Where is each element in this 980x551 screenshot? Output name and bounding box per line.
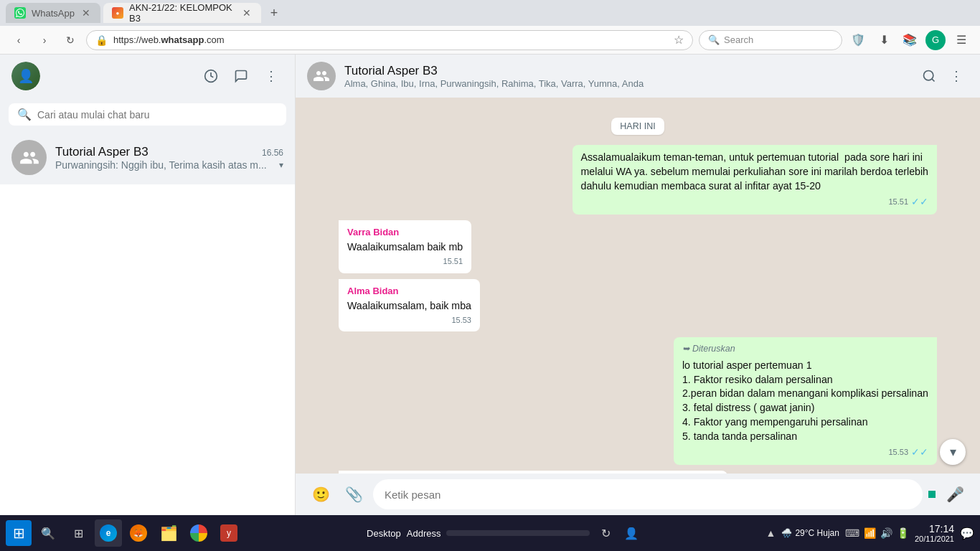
message-time: 15.51 [888, 197, 908, 207]
date-badge: HARI INI [339, 118, 937, 135]
taskbar-weather[interactable]: 🌧️ 29°C Hujan [781, 528, 839, 538]
attach-button[interactable]: 📎 [340, 481, 367, 508]
taskbar-task-view[interactable]: ⊞ [65, 519, 92, 547]
sidebar-search-input[interactable] [37, 109, 278, 121]
tab-akn[interactable]: ● AKN-21/22: KELOMPOK B3 ✕ [103, 3, 261, 23]
extensions-button[interactable]: 🛡️ [848, 30, 868, 50]
tab-bar: WhatsApp ✕ ● AKN-21/22: KELOMPOK B3 ✕ + [0, 0, 980, 26]
tab-whatsapp[interactable]: WhatsApp ✕ [6, 3, 100, 23]
message-text: Assalamualaikum teman-teman, untuk perte… [581, 151, 928, 194]
chat-header-icons: ⋮ [917, 64, 969, 88]
refresh-button[interactable]: ↻ [60, 30, 80, 50]
notification-icon[interactable]: 💬 [960, 527, 974, 540]
taskbar-center: Desktop Address ↻ 👤 [245, 523, 763, 543]
address-bar[interactable]: 🔒 https://web.whatsapp.com ☆ [86, 30, 693, 50]
tab-whatsapp-label: WhatsApp [32, 8, 75, 19]
chat-list: Tutorial Asper B3 16.56 Purwaningsih: Ng… [0, 131, 295, 515]
message-meta: 15.53 [347, 315, 471, 326]
sidebar-search-icon: 🔍 [17, 108, 32, 121]
taskbar-files[interactable]: 🗂️ [155, 519, 182, 547]
taskbar-person[interactable]: 👤 [621, 523, 641, 543]
message-bubble: Alma Bidan Waalaikumsalam, baik mba 15.5… [339, 279, 480, 331]
chat-time: 16.56 [262, 148, 283, 158]
sidebar-header: 👤 ⋮ [0, 55, 295, 98]
microphone-button[interactable]: 🎤 [941, 481, 969, 508]
battery-icon[interactable]: 🔋 [897, 527, 909, 539]
emoji-button[interactable]: 🙂 [307, 481, 334, 508]
taskbar-firefox[interactable]: 🦊 [125, 519, 152, 547]
network-icon[interactable]: 📶 [864, 527, 876, 539]
taskbar-address-bar[interactable] [446, 530, 590, 536]
taskbar-clock[interactable]: 17:14 20/11/2021 [915, 523, 954, 543]
profile-button[interactable]: G [925, 30, 946, 50]
message-meta: 15.51 [347, 256, 463, 267]
messages-area: HARI INI Assalamualaikum teman-teman, un… [296, 98, 980, 474]
message-meta: 15.51 ✓✓ [581, 195, 928, 209]
message-sent-1: Assalamualaikum teman-teman, untuk perte… [573, 145, 937, 215]
weather-icon: 🌧️ [781, 528, 792, 538]
message-bubble: Assalamualaikum teman-teman, untuk perte… [573, 145, 937, 215]
forward-button[interactable]: › [34, 30, 55, 50]
whatsapp-app: 👤 ⋮ 🔍 [0, 55, 980, 515]
status-button[interactable] [199, 64, 223, 88]
message-bubble: ➥ Diteruskan lo tutorial asper pertemuan… [674, 337, 937, 465]
message-time: 15.53 [888, 447, 908, 458]
message-input[interactable] [373, 479, 923, 509]
message-bubble: Varra Bidan Waalaikumsalam baik mb 15.51 [339, 220, 471, 273]
keyboard-icon[interactable]: ⌨ [845, 527, 859, 539]
search-icon: 🔍 [708, 34, 720, 45]
message-received-2: Varra Bidan Waalaikumsalam baik mb 15.51 [339, 220, 471, 273]
message-received-3: Alma Bidan Waalaikumsalam, baik mba 15.5… [339, 279, 480, 331]
new-tab-button[interactable]: + [264, 3, 284, 23]
chat-more-options-button[interactable]: ⋮ [944, 64, 969, 88]
tab-akn-label: AKN-21/22: KELOMPOK B3 [129, 2, 235, 24]
whatsapp-favicon [14, 7, 26, 19]
tab-akn-close[interactable]: ✕ [241, 6, 253, 20]
message-ticks: ✓✓ [911, 446, 928, 460]
clock-time: 17:14 [915, 523, 954, 534]
search-input-wrap: 🔍 [9, 103, 286, 126]
tab-whatsapp-close[interactable]: ✕ [80, 6, 92, 20]
taskbar-apps: 🔍 ⊞ e 🦊 🗂️ y [34, 519, 242, 547]
back-button[interactable]: ‹ [9, 30, 29, 50]
download-button[interactable]: ⬇ [874, 30, 894, 50]
chat-header-info[interactable]: Tutorial Asper B3 Alma, Ghina, Ibu, Irna… [344, 64, 908, 89]
taskbar-refresh[interactable]: ↻ [595, 523, 616, 543]
taskbar-red-app[interactable]: y [215, 519, 242, 547]
user-avatar[interactable]: 👤 [11, 62, 40, 90]
star-icon[interactable]: ☆ [674, 33, 684, 47]
start-button[interactable]: ⊞ [6, 520, 32, 546]
search-in-chat-button[interactable] [917, 64, 941, 88]
taskbar-edge[interactable]: e [95, 519, 122, 547]
forwarded-label: ➥ Diteruskan [682, 343, 928, 356]
browser-chrome: WhatsApp ✕ ● AKN-21/22: KELOMPOK B3 ✕ + … [0, 0, 980, 55]
caret-up-icon[interactable]: ▲ [766, 527, 776, 539]
taskbar-search[interactable]: 🔍 [34, 519, 62, 547]
more-options-button[interactable]: ⋮ [259, 64, 283, 88]
sidebar-header-icons: ⋮ [199, 64, 283, 88]
search-box: 🔍 [0, 98, 295, 131]
dropdown-arrow: ▾ [279, 160, 283, 170]
browser-search-bar[interactable]: 🔍 Search [699, 30, 842, 50]
forwarded-text: Diteruskan [692, 343, 735, 356]
group-avatar[interactable] [307, 62, 336, 90]
message-meta: 15.53 ✓✓ [682, 446, 928, 460]
chat-preview: Purwaningsih: Nggih ibu, Terima kasih at… [55, 159, 276, 171]
bookmarks-button[interactable]: 📚 [900, 30, 920, 50]
chat-preview-row: Purwaningsih: Nggih ibu, Terima kasih at… [55, 159, 283, 171]
dot-icon [928, 491, 936, 498]
message-text: lo tutorial asper pertemuan 1 1. Faktor … [682, 359, 928, 444]
group-members: Alma, Ghina, Ibu, Irna, Purwaningsih, Ra… [344, 78, 908, 89]
chat-header: Tutorial Asper B3 Alma, Ghina, Ibu, Irna… [296, 55, 980, 98]
date-badge-text: HARI INI [611, 118, 664, 135]
chat-item[interactable]: Tutorial Asper B3 16.56 Purwaningsih: Ng… [0, 131, 295, 184]
chat-button[interactable] [229, 64, 253, 88]
svg-point-1 [924, 71, 933, 80]
svg-line-2 [932, 79, 935, 82]
clock-date: 20/11/2021 [915, 534, 954, 543]
taskbar-chrome[interactable] [185, 519, 212, 547]
menu-button[interactable]: ☰ [951, 30, 971, 50]
chat-name: Tutorial Asper B3 [55, 145, 149, 159]
scroll-down-button[interactable]: ▾ [940, 439, 966, 465]
volume-icon[interactable]: 🔊 [880, 527, 892, 539]
